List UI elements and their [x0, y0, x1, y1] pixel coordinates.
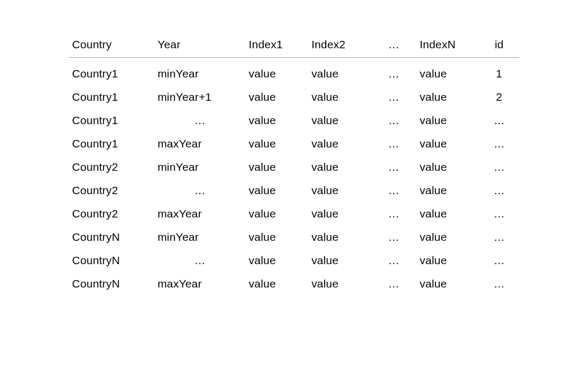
cell-index2: value [308, 132, 371, 155]
cell-index1: value [246, 85, 308, 109]
cell-id: … [479, 249, 519, 272]
table-row: Country2 minYear value value … value … [69, 155, 519, 179]
cell-index1: value [246, 179, 308, 202]
header-index2: Index2 [308, 32, 371, 58]
cell-country: CountryN [69, 225, 154, 249]
cell-id: … [479, 132, 519, 155]
cell-year: … [154, 109, 245, 132]
cell-ellipsis: … [371, 132, 416, 155]
cell-year: maxYear [154, 202, 245, 225]
cell-indexn: value [416, 109, 479, 132]
cell-index2: value [308, 272, 371, 295]
table-row: Country2 maxYear value value … value … [69, 202, 519, 225]
cell-id: 2 [479, 85, 519, 109]
header-index1: Index1 [246, 32, 308, 58]
cell-country: Country2 [69, 179, 154, 202]
cell-index2: value [308, 249, 371, 272]
cell-country: CountryN [69, 249, 154, 272]
cell-index2: value [308, 225, 371, 249]
cell-index2: value [308, 85, 371, 109]
cell-year: minYear [154, 155, 245, 179]
cell-indexn: value [416, 225, 479, 249]
cell-ellipsis: … [371, 109, 416, 132]
cell-id: … [479, 225, 519, 249]
cell-indexn: value [416, 132, 479, 155]
cell-ellipsis: … [371, 58, 416, 86]
cell-year: minYear [154, 58, 245, 86]
cell-indexn: value [416, 85, 479, 109]
cell-index1: value [246, 202, 308, 225]
cell-indexn: value [416, 249, 479, 272]
cell-country: Country1 [69, 132, 154, 155]
cell-index1: value [246, 109, 308, 132]
cell-index1: value [246, 132, 308, 155]
cell-country: Country1 [69, 85, 154, 109]
cell-country: Country1 [69, 109, 154, 132]
table-row: CountryN minYear value value … value … [69, 225, 519, 249]
cell-ellipsis: … [371, 85, 416, 109]
cell-index1: value [246, 225, 308, 249]
cell-id: … [479, 179, 519, 202]
cell-ellipsis: … [371, 225, 416, 249]
table-row: CountryN maxYear value value … value … [69, 272, 519, 295]
header-country: Country [69, 32, 154, 58]
cell-id: … [479, 202, 519, 225]
header-ellipsis: … [371, 32, 416, 58]
table-row: Country1 maxYear value value … value … [69, 132, 519, 155]
cell-year: maxYear [154, 132, 245, 155]
cell-ellipsis: … [371, 249, 416, 272]
cell-index2: value [308, 58, 371, 86]
cell-id: … [479, 155, 519, 179]
cell-indexn: value [416, 155, 479, 179]
cell-indexn: value [416, 58, 479, 86]
cell-index2: value [308, 179, 371, 202]
cell-country: Country1 [69, 58, 154, 86]
cell-country: CountryN [69, 272, 154, 295]
cell-id: 1 [479, 58, 519, 86]
table-row: Country1 minYear value value … value 1 [69, 58, 519, 86]
cell-indexn: value [416, 272, 479, 295]
cell-index1: value [246, 155, 308, 179]
table-row: Country1 … value value … value … [69, 109, 519, 132]
cell-ellipsis: … [371, 202, 416, 225]
cell-id: … [479, 109, 519, 132]
table-row: Country1 minYear+1 value value … value 2 [69, 85, 519, 109]
cell-index1: value [246, 58, 308, 86]
cell-ellipsis: … [371, 179, 416, 202]
cell-index2: value [308, 155, 371, 179]
cell-year: … [154, 249, 245, 272]
data-schema-table: Country Year Index1 Index2 … IndexN id C… [69, 32, 519, 295]
cell-id: … [479, 272, 519, 295]
cell-index2: value [308, 109, 371, 132]
header-id: id [479, 32, 519, 58]
table-header-row: Country Year Index1 Index2 … IndexN id [69, 32, 519, 58]
cell-ellipsis: … [371, 155, 416, 179]
cell-indexn: value [416, 179, 479, 202]
cell-country: Country2 [69, 202, 154, 225]
cell-year: … [154, 179, 245, 202]
cell-country: Country2 [69, 155, 154, 179]
header-year: Year [154, 32, 245, 58]
table-row: Country2 … value value … value … [69, 179, 519, 202]
cell-year: maxYear [154, 272, 245, 295]
cell-indexn: value [416, 202, 479, 225]
cell-index1: value [246, 272, 308, 295]
cell-index2: value [308, 202, 371, 225]
header-indexn: IndexN [416, 32, 479, 58]
cell-index1: value [246, 249, 308, 272]
table-row: CountryN … value value … value … [69, 249, 519, 272]
cell-ellipsis: … [371, 272, 416, 295]
cell-year: minYear+1 [154, 85, 245, 109]
cell-year: minYear [154, 225, 245, 249]
